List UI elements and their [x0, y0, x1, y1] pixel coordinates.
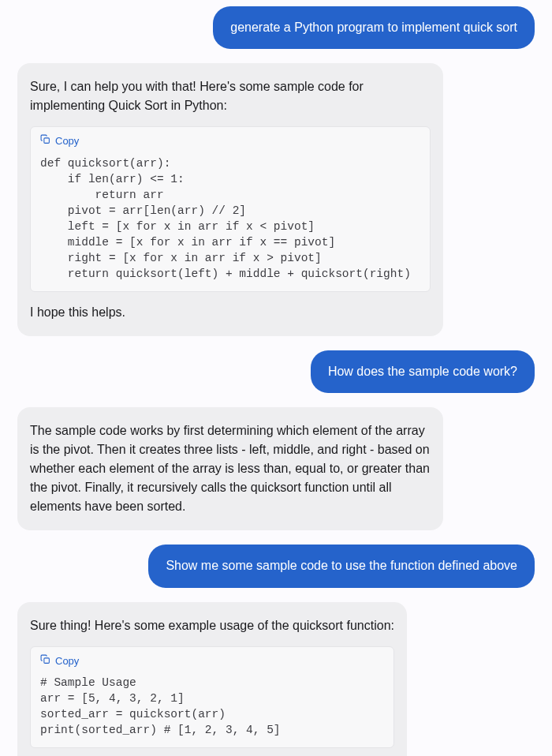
chat-container: generate a Python program to implement q…	[17, 6, 535, 756]
svg-rect-0	[44, 138, 50, 144]
code-content: # Sample Usage arr = [5, 4, 3, 2, 1] sor…	[31, 675, 393, 747]
copy-icon	[40, 133, 50, 149]
assistant-intro-text: The sample code works by first determini…	[30, 421, 431, 516]
message-row-user: Show me some sample code to use the func…	[17, 545, 535, 587]
code-block: Copy def quicksort(arr): if len(arr) <= …	[30, 126, 431, 292]
message-row-assistant: Sure thing! Here's some example usage of…	[17, 602, 535, 756]
message-row-user: generate a Python program to implement q…	[17, 6, 535, 49]
user-message-text: generate a Python program to implement q…	[230, 21, 517, 34]
user-message-text: How does the sample code work?	[328, 365, 517, 378]
message-row-assistant: The sample code works by first determini…	[17, 407, 535, 530]
assistant-message-bubble: Sure thing! Here's some example usage of…	[17, 602, 407, 756]
copy-icon	[40, 653, 50, 669]
user-message-bubble: Show me some sample code to use the func…	[148, 545, 535, 587]
code-content: def quicksort(arr): if len(arr) <= 1: re…	[31, 155, 430, 291]
user-message-bubble: How does the sample code work?	[311, 350, 535, 393]
assistant-outro-text: I hope this helps.	[30, 303, 431, 322]
assistant-message-bubble: Sure, I can help you with that! Here's s…	[17, 63, 443, 336]
user-message-text: Show me some sample code to use the func…	[166, 559, 517, 572]
assistant-intro-text: Sure, I can help you with that! Here's s…	[30, 77, 431, 115]
assistant-message-bubble: The sample code works by first determini…	[17, 407, 443, 530]
code-block: Copy # Sample Usage arr = [5, 4, 3, 2, 1…	[30, 646, 394, 749]
user-message-bubble: generate a Python program to implement q…	[213, 6, 535, 49]
assistant-intro-text: Sure thing! Here's some example usage of…	[30, 616, 394, 635]
copy-button[interactable]: Copy	[31, 127, 430, 155]
message-row-assistant: Sure, I can help you with that! Here's s…	[17, 63, 535, 336]
svg-rect-1	[44, 658, 50, 664]
copy-label: Copy	[55, 133, 79, 149]
copy-button[interactable]: Copy	[31, 647, 393, 676]
message-row-user: How does the sample code work?	[17, 350, 535, 393]
copy-label: Copy	[55, 653, 79, 669]
